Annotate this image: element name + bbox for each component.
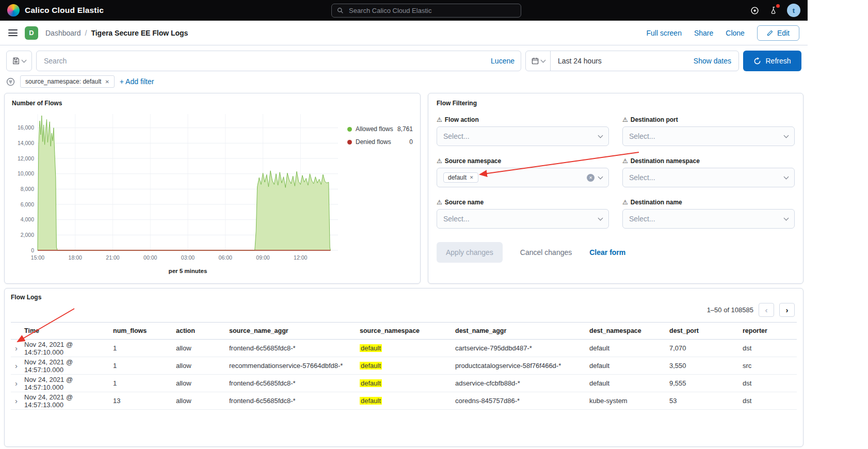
legend-label: Allowed flows (356, 125, 393, 133)
remove-option-icon[interactable]: ✕ (470, 175, 474, 180)
edit-button[interactable]: Edit (757, 25, 799, 41)
col-dest-port[interactable]: dest_port (669, 327, 743, 334)
svg-text:0: 0 (31, 247, 34, 253)
chevron-down-icon (598, 216, 603, 221)
filter-menu-icon[interactable] (6, 77, 15, 86)
clone-link[interactable]: Clone (726, 29, 745, 37)
refresh-button[interactable]: Refresh (743, 51, 801, 71)
chip-label: default (448, 174, 467, 181)
table-header-row: Time num_flows action source_name_aggr s… (11, 322, 797, 340)
cell-dest-name-aggr: cartservice-795ddbd487-* (455, 344, 589, 352)
chevron-left-icon: ‹ (765, 306, 768, 314)
number-of-flows-panel: Number of Flows 15:0018:0021:0000:0003:0… (4, 93, 421, 284)
global-search-input[interactable] (348, 6, 516, 15)
full-screen-link[interactable]: Full screen (646, 29, 681, 37)
cell-time: Nov 24, 2021 @ 14:57:13.000 (24, 393, 113, 409)
saved-query-menu-button[interactable] (6, 51, 32, 71)
svg-text:18:00: 18:00 (69, 254, 82, 261)
svg-text:15:00: 15:00 (31, 254, 44, 261)
allowed-flows-dot-icon (347, 127, 352, 132)
cell-time: Nov 24, 2021 @ 14:57:10.000 (24, 341, 113, 356)
source-name-select[interactable]: Select... (437, 209, 609, 229)
source-namespace-combobox[interactable]: default ✕ ✕ (437, 168, 609, 187)
notification-dot (776, 4, 780, 8)
chart-legend: Allowed flows 8,761 Denied flows 0 (347, 125, 413, 277)
apply-changes-button[interactable]: Apply changes (437, 242, 503, 263)
select-placeholder: Select... (443, 215, 594, 223)
col-num-flows[interactable]: num_flows (113, 327, 176, 334)
cancel-changes-button[interactable]: Cancel changes (517, 248, 575, 257)
destination-name-select[interactable]: Select... (622, 209, 795, 229)
query-language-link[interactable]: Lucene (491, 57, 515, 65)
cell-dest-name-aggr: adservice-cfcbfb88d-* (455, 379, 589, 387)
filter-pill[interactable]: source_namespace: default ✕ (20, 75, 115, 88)
destination-port-select[interactable]: Select... (622, 126, 795, 146)
expand-row-icon[interactable]: › (11, 344, 24, 352)
svg-text:03:00: 03:00 (181, 254, 195, 261)
pagination-text: 1–50 of 108585 (707, 306, 753, 314)
app-root: Calico Cloud Elastic t D Dashboard / Tig… (0, 0, 808, 447)
elastic-logo-icon[interactable] (7, 4, 20, 17)
selected-option-chip[interactable]: default ✕ (443, 172, 478, 183)
breadcrumb-dashboard[interactable]: Dashboard (45, 29, 81, 37)
col-source-name-aggr[interactable]: source_name_aggr (229, 327, 360, 334)
query-search-input[interactable] (43, 56, 487, 66)
previous-page-button[interactable]: ‹ (759, 303, 774, 317)
col-source-namespace[interactable]: source_namespace (360, 327, 455, 334)
show-dates-link[interactable]: Show dates (694, 57, 738, 65)
col-reporter[interactable]: reporter (743, 327, 797, 334)
legend-item-denied[interactable]: Denied flows 0 (347, 138, 413, 146)
clear-selection-icon[interactable]: ✕ (587, 174, 594, 182)
pencil-icon (767, 29, 774, 36)
expand-row-icon[interactable]: › (11, 379, 24, 388)
flow-filtering-title: Flow Filtering (437, 100, 795, 107)
user-avatar[interactable]: t (787, 4, 800, 17)
col-time[interactable]: Time (24, 327, 113, 334)
chevron-down-icon (784, 216, 789, 221)
share-link[interactable]: Share (694, 29, 713, 37)
destination-namespace-select[interactable]: Select... (622, 168, 795, 187)
svg-text:16,000: 16,000 (18, 124, 34, 131)
col-dest-name-aggr[interactable]: dest_name_aggr (455, 327, 589, 334)
field-label-text: Destination name (631, 199, 682, 206)
highlighted-text: default (360, 344, 382, 352)
filter-pill-label: source_namespace: default (25, 78, 101, 85)
deployment-icon[interactable] (749, 5, 760, 16)
kql-search-box[interactable]: Lucene (36, 51, 521, 71)
denied-flows-dot-icon (347, 140, 352, 145)
expand-row-icon[interactable]: › (11, 396, 24, 405)
svg-text:8,000: 8,000 (21, 186, 34, 192)
refresh-button-label: Refresh (765, 57, 791, 65)
edit-button-label: Edit (777, 29, 790, 37)
cell-dest-namespace: default (589, 379, 669, 387)
clear-form-link[interactable]: Clear form (589, 248, 625, 256)
field-label-text: Destination port (631, 116, 678, 123)
chevron-down-icon (22, 58, 27, 63)
col-action[interactable]: action (176, 327, 229, 334)
next-page-button[interactable]: › (779, 303, 795, 317)
svg-text:per 5 minutes: per 5 minutes (169, 268, 207, 274)
flow-action-select[interactable]: Select... (437, 126, 609, 146)
expand-row-icon[interactable]: › (11, 361, 24, 370)
global-search-box[interactable] (331, 4, 521, 18)
warning-icon: ⚠ (437, 116, 442, 123)
date-quick-select-button[interactable] (526, 51, 551, 71)
menu-icon[interactable] (8, 29, 18, 36)
cell-dest-name-aggr: coredns-845757d86-* (455, 397, 589, 405)
dashboard-app-badge[interactable]: D (25, 26, 38, 40)
cell-action: allow (176, 362, 229, 370)
table-row: › Nov 24, 2021 @ 14:57:10.000 1 allow fr… (11, 375, 797, 392)
chevron-right-icon: › (786, 306, 789, 314)
col-dest-namespace[interactable]: dest_namespace (589, 327, 669, 334)
field-label: ⚠ Destination port (622, 116, 795, 123)
field-label: ⚠ Source name (437, 199, 609, 206)
field-source-namespace: ⚠ Source namespace default ✕ ✕ (437, 157, 609, 187)
flows-area-chart[interactable]: 15:0018:0021:0000:0003:0006:0009:0012:00… (12, 107, 342, 277)
time-range-value[interactable]: Last 24 hours (551, 57, 609, 65)
legend-item-allowed[interactable]: Allowed flows 8,761 (347, 125, 413, 133)
add-filter-link[interactable]: + Add filter (120, 77, 154, 86)
newsfeed-icon[interactable] (768, 5, 779, 16)
table-row: › Nov 24, 2021 @ 14:57:10.000 1 allow re… (11, 357, 797, 375)
remove-filter-icon[interactable]: ✕ (105, 79, 109, 85)
cell-source-namespace: default (360, 362, 455, 370)
